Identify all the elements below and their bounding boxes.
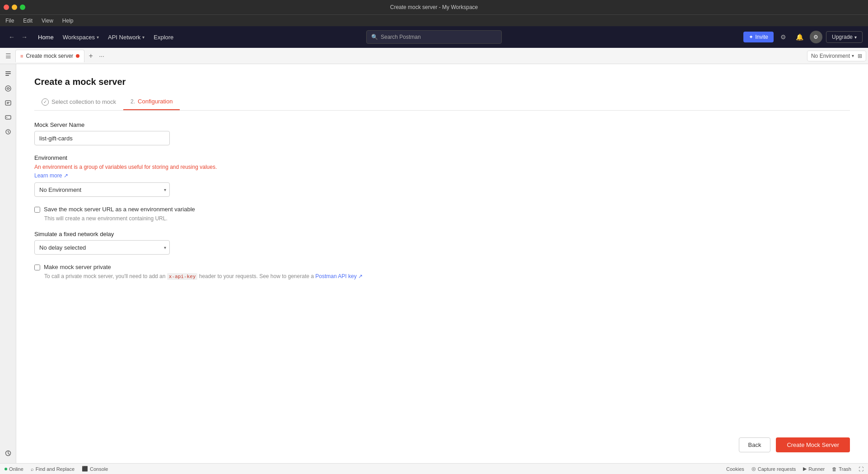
menu-file[interactable]: File bbox=[4, 17, 16, 25]
steps-nav: ✓ Select collection to mock 2. Configura… bbox=[34, 94, 850, 111]
tab-more-button[interactable]: ··· bbox=[97, 51, 106, 60]
back-button[interactable]: Back bbox=[739, 437, 771, 452]
menu-edit[interactable]: Edit bbox=[21, 17, 34, 25]
private-section: Make mock server private To call a priva… bbox=[34, 264, 850, 279]
main-layout: Create a mock server ✓ Select collection… bbox=[0, 64, 868, 463]
online-label: Online bbox=[9, 466, 23, 472]
svg-point-6 bbox=[6, 117, 7, 118]
forward-button[interactable]: → bbox=[18, 31, 31, 43]
svg-rect-1 bbox=[5, 73, 11, 74]
back-button[interactable]: ← bbox=[5, 31, 18, 43]
mock-server-name-section: Mock Server Name bbox=[34, 121, 850, 145]
sidebar-item-mock-servers[interactable] bbox=[2, 111, 14, 124]
content-area: Create a mock server ✓ Select collection… bbox=[16, 64, 868, 463]
environment-selector[interactable]: No Environment ▾ ⊞ bbox=[807, 51, 866, 61]
trash-button[interactable]: 🗑 Trash bbox=[832, 466, 851, 472]
save-url-checkbox[interactable] bbox=[34, 207, 40, 213]
network-delay-label: Simulate a fixed network delay bbox=[34, 231, 850, 237]
maximize-button[interactable] bbox=[20, 5, 25, 10]
env-chevron-icon: ▾ bbox=[852, 53, 854, 58]
cookies-button[interactable]: Cookies bbox=[726, 466, 744, 472]
find-replace-icon: ⌕ bbox=[31, 466, 34, 472]
menu-bar: File Edit View Help bbox=[0, 14, 868, 26]
private-description: To call a private mock server, you'll ne… bbox=[44, 273, 850, 279]
menu-view[interactable]: View bbox=[40, 17, 55, 25]
x-api-key-code: x-api-key bbox=[167, 273, 198, 280]
svg-rect-5 bbox=[5, 116, 11, 119]
private-label[interactable]: Make mock server private bbox=[44, 264, 111, 270]
private-row: Make mock server private bbox=[34, 264, 850, 270]
sidebar bbox=[0, 64, 16, 463]
create-mock-server-button[interactable]: Create Mock Server bbox=[776, 437, 850, 452]
top-nav: ← → Home Workspaces ▾ API Network ▾ Expl… bbox=[0, 26, 868, 48]
env-label: No Environment bbox=[811, 53, 850, 59]
svg-rect-4 bbox=[5, 101, 11, 105]
step-1-label: Select collection to mock bbox=[51, 98, 116, 105]
search-bar[interactable]: 🔍 Search Postman bbox=[366, 30, 502, 44]
close-button[interactable] bbox=[4, 5, 9, 10]
runner-icon: ▶ bbox=[803, 466, 807, 472]
status-bar: Online ⌕ Find and Replace ⬛ Console Cook… bbox=[0, 463, 868, 474]
postman-api-key-link[interactable]: Postman API key ↗ bbox=[315, 273, 363, 279]
environment-select-wrapper: No Environment Development Staging Produ… bbox=[34, 182, 170, 197]
online-dot bbox=[5, 468, 7, 470]
workspaces-chevron-icon: ▾ bbox=[97, 35, 99, 40]
save-url-row: Save the mock server URL as a new enviro… bbox=[34, 206, 850, 213]
nav-right: ✦ Invite ⚙ 🔔 ⚙ Upgrade ▾ bbox=[743, 31, 863, 43]
find-replace-button[interactable]: ⌕ Find and Replace bbox=[31, 466, 75, 472]
sidebar-item-environments[interactable] bbox=[2, 97, 14, 109]
env-grid-icon: ⊞ bbox=[858, 53, 862, 59]
sidebar-item-apis[interactable] bbox=[2, 82, 14, 95]
mock-server-name-input[interactable] bbox=[34, 131, 170, 145]
console-button[interactable]: ⬛ Console bbox=[82, 466, 108, 472]
nav-workspaces[interactable]: Workspaces ▾ bbox=[59, 32, 103, 42]
nav-explore[interactable]: Explore bbox=[150, 32, 177, 42]
svg-rect-0 bbox=[5, 71, 11, 72]
upgrade-chevron-icon: ▾ bbox=[854, 35, 857, 40]
page-title: Create a mock server bbox=[34, 77, 850, 87]
active-tab[interactable]: ≡ Create mock server bbox=[15, 50, 84, 62]
window-title: Create mock server - My Workspace bbox=[390, 4, 478, 10]
svg-point-3 bbox=[5, 86, 11, 91]
console-icon: ⬛ bbox=[82, 466, 88, 472]
network-delay-select[interactable]: No delay selected 5ms 50ms 100ms 200ms 5… bbox=[34, 240, 170, 255]
invite-button[interactable]: ✦ Invite bbox=[743, 32, 774, 42]
environment-section: Environment An environment is a group of… bbox=[34, 154, 850, 197]
step-2[interactable]: 2. Configuration bbox=[123, 94, 180, 110]
environment-select[interactable]: No Environment Development Staging Produ… bbox=[34, 182, 170, 197]
tab-bar: ☰ ≡ Create mock server + ··· No Environm… bbox=[0, 48, 868, 64]
minimize-button[interactable] bbox=[12, 5, 17, 10]
nav-home[interactable]: Home bbox=[34, 32, 57, 42]
sidebar-item-history[interactable] bbox=[2, 447, 14, 460]
private-checkbox[interactable] bbox=[34, 265, 40, 270]
sidebar-item-monitors[interactable] bbox=[2, 125, 14, 138]
network-delay-select-wrapper: No delay selected 5ms 50ms 100ms 200ms 5… bbox=[34, 240, 170, 255]
user-avatar[interactable]: ⚙ bbox=[810, 31, 822, 43]
expand-button[interactable]: ⛶ bbox=[859, 466, 863, 472]
window-controls[interactable] bbox=[4, 5, 25, 10]
step-2-number: 2. bbox=[131, 98, 135, 105]
menu-help[interactable]: Help bbox=[61, 17, 75, 25]
runner-button[interactable]: ▶ Runner bbox=[803, 466, 825, 472]
settings-button[interactable]: ⚙ bbox=[777, 31, 790, 43]
mock-server-name-label: Mock Server Name bbox=[34, 121, 850, 128]
capture-requests-button[interactable]: ◎ Capture requests bbox=[751, 466, 796, 472]
tab-icon: ≡ bbox=[20, 53, 23, 59]
new-tab-button[interactable]: + bbox=[85, 51, 96, 61]
svg-rect-2 bbox=[5, 75, 9, 76]
upgrade-button[interactable]: Upgrade ▾ bbox=[826, 31, 863, 43]
learn-more-link[interactable]: Learn more ↗ bbox=[34, 172, 68, 179]
sidebar-item-collections[interactable] bbox=[2, 68, 14, 80]
nav-api-network[interactable]: API Network ▾ bbox=[104, 32, 148, 42]
online-status[interactable]: Online bbox=[5, 466, 23, 472]
environment-description: An environment is a group of variables u… bbox=[34, 164, 850, 170]
footer-actions: Back Create Mock Server bbox=[739, 437, 850, 452]
save-url-label[interactable]: Save the mock server URL as a new enviro… bbox=[44, 206, 195, 213]
trash-icon: 🗑 bbox=[832, 466, 837, 472]
invite-icon: ✦ bbox=[749, 34, 753, 40]
sidebar-toggle[interactable]: ☰ bbox=[2, 50, 14, 62]
step-1[interactable]: ✓ Select collection to mock bbox=[34, 95, 123, 110]
api-network-chevron-icon: ▾ bbox=[142, 35, 145, 40]
step-2-label: Configuration bbox=[138, 98, 173, 105]
notifications-button[interactable]: 🔔 bbox=[793, 31, 806, 43]
